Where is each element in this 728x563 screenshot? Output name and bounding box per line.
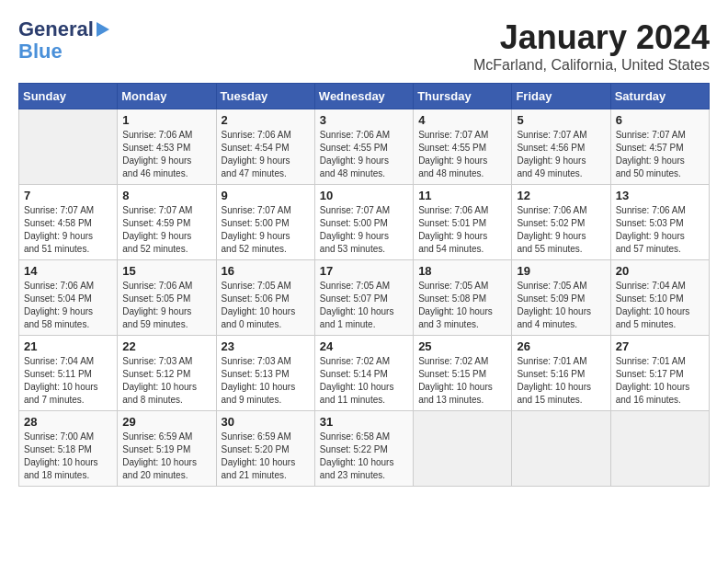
day-info: Sunrise: 7:07 AMSunset: 4:58 PMDaylight:… [24, 204, 112, 256]
day-of-week-header: Sunday [19, 84, 118, 109]
calendar-cell: 10Sunrise: 7:07 AMSunset: 5:00 PMDayligh… [314, 185, 413, 260]
calendar-cell: 4Sunrise: 7:07 AMSunset: 4:55 PMDaylight… [414, 109, 512, 185]
day-number: 25 [418, 339, 506, 353]
day-info: Sunrise: 7:06 AMSunset: 5:03 PMDaylight:… [616, 204, 704, 256]
calendar-cell: 6Sunrise: 7:07 AMSunset: 4:57 PMDaylight… [610, 109, 709, 185]
calendar-cell: 29Sunrise: 6:59 AMSunset: 5:19 PMDayligh… [118, 411, 216, 487]
calendar-week-row: 7Sunrise: 7:07 AMSunset: 4:58 PMDaylight… [19, 185, 710, 260]
day-info: Sunrise: 7:06 AMSunset: 5:05 PMDaylight:… [122, 280, 210, 331]
calendar-header-row: SundayMondayTuesdayWednesdayThursdayFrid… [19, 84, 710, 109]
day-info: Sunrise: 7:07 AMSunset: 5:00 PMDaylight:… [320, 204, 408, 256]
calendar-cell: 14Sunrise: 7:06 AMSunset: 5:04 PMDayligh… [19, 260, 118, 336]
day-info: Sunrise: 7:00 AMSunset: 5:18 PMDaylight:… [24, 431, 112, 482]
day-number: 5 [517, 113, 605, 127]
calendar-week-row: 14Sunrise: 7:06 AMSunset: 5:04 PMDayligh… [19, 260, 710, 336]
day-info: Sunrise: 7:06 AMSunset: 5:02 PMDaylight:… [517, 204, 605, 256]
day-of-week-header: Friday [512, 84, 610, 109]
day-number: 10 [320, 189, 408, 202]
calendar-cell: 7Sunrise: 7:07 AMSunset: 4:58 PMDaylight… [19, 185, 118, 260]
day-info: Sunrise: 6:59 AMSunset: 5:20 PMDaylight:… [222, 431, 310, 482]
calendar-cell: 3Sunrise: 7:06 AMSunset: 4:55 PMDaylight… [314, 109, 413, 185]
calendar-week-row: 1Sunrise: 7:06 AMSunset: 4:53 PMDaylight… [19, 109, 710, 185]
day-info: Sunrise: 7:06 AMSunset: 4:55 PMDaylight:… [320, 129, 408, 180]
calendar-table: SundayMondayTuesdayWednesdayThursdayFrid… [18, 83, 710, 487]
logo-general: General [18, 18, 94, 40]
calendar-cell: 1Sunrise: 7:06 AMSunset: 4:53 PMDaylight… [118, 109, 216, 185]
day-number: 22 [122, 339, 210, 353]
day-number: 11 [418, 189, 506, 202]
day-number: 16 [222, 264, 310, 278]
day-info: Sunrise: 7:03 AMSunset: 5:12 PMDaylight:… [122, 355, 210, 407]
calendar-cell: 5Sunrise: 7:07 AMSunset: 4:56 PMDaylight… [512, 109, 610, 185]
calendar-cell: 13Sunrise: 7:06 AMSunset: 5:03 PMDayligh… [610, 185, 709, 260]
day-number: 4 [418, 113, 506, 127]
day-info: Sunrise: 7:06 AMSunset: 5:01 PMDaylight:… [418, 204, 506, 256]
calendar-cell: 19Sunrise: 7:05 AMSunset: 5:09 PMDayligh… [512, 260, 610, 336]
calendar-cell: 23Sunrise: 7:03 AMSunset: 5:13 PMDayligh… [216, 336, 314, 411]
day-info: Sunrise: 7:02 AMSunset: 5:15 PMDaylight:… [418, 355, 506, 407]
logo-blue: Blue [18, 40, 63, 63]
day-number: 12 [517, 189, 605, 202]
calendar-cell: 18Sunrise: 7:05 AMSunset: 5:08 PMDayligh… [414, 260, 512, 336]
day-info: Sunrise: 7:05 AMSunset: 5:07 PMDaylight:… [320, 280, 408, 331]
calendar-cell: 2Sunrise: 7:06 AMSunset: 4:54 PMDaylight… [216, 109, 314, 185]
day-info: Sunrise: 6:59 AMSunset: 5:19 PMDaylight:… [122, 431, 210, 482]
day-info: Sunrise: 7:06 AMSunset: 4:54 PMDaylight:… [222, 129, 310, 180]
day-number: 9 [222, 189, 310, 202]
day-number: 28 [24, 415, 112, 429]
calendar-cell [414, 411, 512, 487]
day-number: 20 [616, 264, 704, 278]
day-info: Sunrise: 7:03 AMSunset: 5:13 PMDaylight:… [222, 355, 310, 407]
day-number: 31 [320, 415, 408, 429]
day-number: 7 [24, 189, 112, 202]
day-info: Sunrise: 7:04 AMSunset: 5:10 PMDaylight:… [616, 280, 704, 331]
calendar-cell: 27Sunrise: 7:01 AMSunset: 5:17 PMDayligh… [610, 336, 709, 411]
calendar-week-row: 21Sunrise: 7:04 AMSunset: 5:11 PMDayligh… [19, 336, 710, 411]
day-number: 15 [122, 264, 210, 278]
day-of-week-header: Tuesday [216, 84, 314, 109]
day-number: 21 [24, 339, 112, 353]
day-info: Sunrise: 7:05 AMSunset: 5:06 PMDaylight:… [222, 280, 310, 331]
day-number: 27 [616, 339, 704, 353]
calendar-cell: 21Sunrise: 7:04 AMSunset: 5:11 PMDayligh… [19, 336, 118, 411]
day-info: Sunrise: 7:04 AMSunset: 5:11 PMDaylight:… [24, 355, 112, 407]
calendar-cell [19, 109, 118, 185]
day-number: 6 [616, 113, 704, 127]
day-number: 13 [616, 189, 704, 202]
day-number: 29 [122, 415, 210, 429]
calendar-cell: 24Sunrise: 7:02 AMSunset: 5:14 PMDayligh… [314, 336, 413, 411]
calendar-cell: 8Sunrise: 7:07 AMSunset: 4:59 PMDaylight… [118, 185, 216, 260]
day-info: Sunrise: 7:05 AMSunset: 5:08 PMDaylight:… [418, 280, 506, 331]
calendar-cell: 28Sunrise: 7:00 AMSunset: 5:18 PMDayligh… [19, 411, 118, 487]
day-info: Sunrise: 7:06 AMSunset: 5:04 PMDaylight:… [24, 280, 112, 331]
calendar-body: 1Sunrise: 7:06 AMSunset: 4:53 PMDaylight… [19, 109, 710, 487]
day-info: Sunrise: 7:07 AMSunset: 4:57 PMDaylight:… [616, 129, 704, 180]
day-info: Sunrise: 7:07 AMSunset: 4:59 PMDaylight:… [122, 204, 210, 256]
calendar-cell: 22Sunrise: 7:03 AMSunset: 5:12 PMDayligh… [118, 336, 216, 411]
day-number: 14 [24, 264, 112, 278]
day-info: Sunrise: 6:58 AMSunset: 5:22 PMDaylight:… [320, 431, 408, 482]
calendar-cell [610, 411, 709, 487]
logo: General Blue [18, 18, 109, 63]
day-info: Sunrise: 7:01 AMSunset: 5:17 PMDaylight:… [616, 355, 704, 407]
calendar-cell: 15Sunrise: 7:06 AMSunset: 5:05 PMDayligh… [118, 260, 216, 336]
day-info: Sunrise: 7:07 AMSunset: 4:56 PMDaylight:… [517, 129, 605, 180]
day-of-week-header: Thursday [414, 84, 512, 109]
month-year-title: January 2024 [473, 18, 710, 57]
day-info: Sunrise: 7:07 AMSunset: 4:55 PMDaylight:… [418, 129, 506, 180]
logo-arrow-icon [97, 22, 109, 37]
calendar-cell [512, 411, 610, 487]
day-number: 30 [222, 415, 310, 429]
day-info: Sunrise: 7:01 AMSunset: 5:16 PMDaylight:… [517, 355, 605, 407]
day-number: 23 [222, 339, 310, 353]
day-number: 2 [222, 113, 310, 127]
day-number: 3 [320, 113, 408, 127]
day-info: Sunrise: 7:05 AMSunset: 5:09 PMDaylight:… [517, 280, 605, 331]
calendar-cell: 17Sunrise: 7:05 AMSunset: 5:07 PMDayligh… [314, 260, 413, 336]
calendar-cell: 16Sunrise: 7:05 AMSunset: 5:06 PMDayligh… [216, 260, 314, 336]
calendar-cell: 12Sunrise: 7:06 AMSunset: 5:02 PMDayligh… [512, 185, 610, 260]
day-number: 24 [320, 339, 408, 353]
calendar-cell: 9Sunrise: 7:07 AMSunset: 5:00 PMDaylight… [216, 185, 314, 260]
calendar-cell: 11Sunrise: 7:06 AMSunset: 5:01 PMDayligh… [414, 185, 512, 260]
day-info: Sunrise: 7:06 AMSunset: 4:53 PMDaylight:… [122, 129, 210, 180]
